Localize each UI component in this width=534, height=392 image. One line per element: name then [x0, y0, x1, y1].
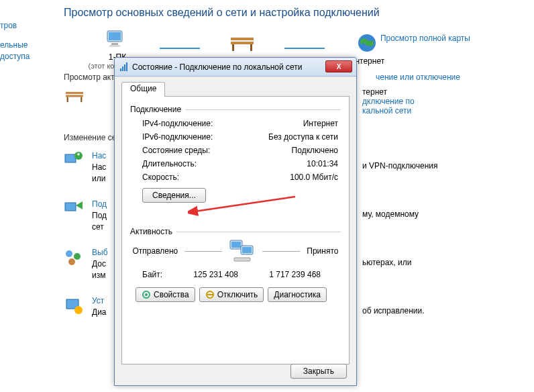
activity-fieldset: Активность Отправлено Принято — [130, 227, 341, 279]
connect-disconnect-link[interactable]: чение или отключение — [376, 72, 460, 82]
option-link[interactable]: Выб — [92, 247, 108, 258]
opt-text: Нас — [92, 162, 106, 173]
duration-value: 10:01:34 — [307, 159, 338, 168]
map-connector — [160, 48, 200, 49]
svg-rect-10 — [66, 95, 83, 97]
connection-fieldset: Подключение IPv4-подключение:Интернет IP… — [130, 105, 341, 203]
activity-legend: Активность — [130, 227, 176, 236]
close-button[interactable]: X — [325, 60, 352, 72]
sent-bytes: 125 231 408 — [193, 270, 238, 279]
svg-rect-25 — [124, 64, 125, 71]
option-row-connect[interactable]: Под Под сет — [64, 199, 107, 232]
svg-point-20 — [68, 258, 75, 265]
computer-icon — [106, 28, 129, 50]
plus-network-icon — [64, 150, 85, 172]
properties-button[interactable]: Свойства — [136, 287, 195, 302]
svg-rect-17 — [65, 203, 76, 211]
svg-rect-9 — [66, 92, 83, 94]
close-icon: X — [337, 63, 341, 70]
option-row-setup[interactable]: Нас Нас или — [64, 150, 106, 184]
local-connection-link-1[interactable]: дключение по — [362, 97, 415, 106]
ipv4-value: Интернет — [303, 119, 338, 128]
option-row-homegroup[interactable]: Выб Дос изм — [64, 247, 108, 281]
map-connector — [284, 48, 325, 49]
disable-button[interactable]: Отключить — [199, 287, 264, 302]
svg-rect-11 — [67, 97, 68, 103]
tab-general[interactable]: Общие — [121, 82, 165, 97]
dialog-titlebar[interactable]: Состояние - Подключение по локальной сет… — [115, 58, 356, 77]
connection-status-dialog: Состояние - Подключение по локальной сет… — [114, 57, 357, 386]
two-computers-icon — [229, 239, 256, 263]
local-connection-link-2[interactable]: кальной сети — [362, 106, 415, 115]
diagnose-label: Диагностика — [274, 290, 321, 299]
media-value: Подключено — [292, 146, 338, 155]
sent-label: Отправлено — [133, 246, 178, 256]
ipv6-value: Без доступа к сети — [268, 132, 338, 142]
side-link-1[interactable]: тров — [0, 20, 40, 32]
received-label: Принято — [307, 246, 338, 256]
opt-text: Дос — [92, 258, 108, 270]
fix-text: об исправлении. — [362, 306, 425, 315]
svg-point-19 — [74, 253, 81, 260]
option-link[interactable]: Под — [92, 199, 107, 210]
duration-label: Длительность: — [142, 159, 197, 168]
ipv6-label: IPv6-подключение: — [142, 132, 213, 142]
svg-rect-1 — [109, 32, 121, 40]
signal-icon — [119, 62, 129, 72]
svg-rect-2 — [111, 43, 118, 45]
option-row-troubleshoot[interactable]: Уст Диа — [64, 295, 107, 318]
svg-rect-3 — [109, 45, 120, 47]
svg-point-33 — [145, 293, 148, 296]
svg-rect-4 — [231, 38, 254, 40]
active-network-row — [64, 87, 85, 109]
close-dialog-button[interactable]: Закрыть — [290, 364, 347, 379]
properties-label: Свойства — [154, 290, 189, 299]
svg-rect-6 — [232, 44, 234, 51]
disable-icon — [205, 290, 215, 299]
homegroup-icon — [64, 247, 85, 268]
change-settings-label: Изменение се — [64, 133, 116, 142]
svg-rect-16 — [78, 153, 79, 156]
diagnose-button[interactable]: Диагностика — [268, 287, 327, 302]
page-title: Просмотр основных сведений о сети и наст… — [64, 7, 380, 19]
bench-icon — [64, 87, 85, 105]
svg-rect-7 — [250, 44, 252, 51]
disable-label: Отключить — [217, 290, 258, 299]
svg-rect-30 — [242, 247, 252, 253]
sidebar-links: тров ельные доступа — [0, 20, 40, 70]
opt-text: или — [92, 173, 106, 185]
connection-legend: Подключение — [130, 105, 185, 114]
option-link[interactable]: Нас — [92, 150, 106, 162]
svg-rect-28 — [231, 242, 241, 248]
svg-rect-13 — [65, 154, 76, 162]
troubleshoot-icon — [64, 295, 85, 317]
internet-label: тернет — [362, 87, 415, 97]
speed-value: 100.0 Мбит/с — [290, 173, 338, 182]
svg-rect-26 — [126, 62, 127, 71]
svg-point-18 — [66, 250, 72, 257]
ipv4-label: IPv4-подключение: — [142, 119, 213, 128]
svg-rect-5 — [231, 42, 254, 44]
bench-icon — [228, 34, 256, 52]
speed-label: Скорость: — [142, 173, 179, 182]
svg-rect-31 — [234, 258, 250, 261]
svg-point-22 — [74, 306, 83, 314]
svg-rect-35 — [207, 294, 213, 295]
opt-text: Диа — [92, 307, 107, 318]
opt-text: Под — [92, 210, 107, 222]
globe-icon — [357, 33, 377, 53]
opt-text: сет — [92, 222, 107, 233]
details-button[interactable]: Сведения... — [142, 188, 206, 203]
svg-rect-23 — [120, 68, 121, 71]
received-bytes: 1 717 239 468 — [269, 270, 321, 279]
option-link[interactable]: Уст — [92, 295, 107, 307]
opt-text: изм — [92, 270, 108, 281]
dialog-title: Состояние - Подключение по локальной сет… — [132, 62, 303, 72]
computers-text: ьютерах, или — [362, 258, 411, 267]
bytes-label: Байт: — [142, 270, 162, 279]
gear-icon — [142, 290, 151, 299]
tab-panel-general: Подключение IPv4-подключение:Интернет IP… — [121, 96, 350, 364]
side-link-2[interactable]: ельные доступа — [0, 40, 40, 62]
view-active-label: Просмотр акт — [64, 72, 115, 82]
vpn-text: и VPN-подключения — [362, 161, 438, 170]
